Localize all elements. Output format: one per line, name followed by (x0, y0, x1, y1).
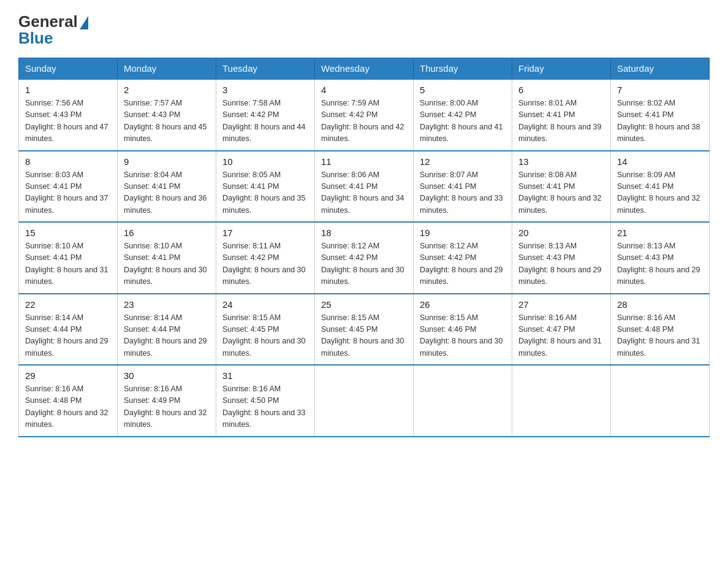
day-info: Sunrise: 8:05 AMSunset: 4:41 PMDaylight:… (222, 169, 308, 217)
day-number: 25 (321, 299, 407, 310)
calendar-cell: 30Sunrise: 8:16 AMSunset: 4:49 PMDayligh… (118, 365, 216, 437)
day-info: Sunrise: 8:15 AMSunset: 4:45 PMDaylight:… (321, 312, 407, 360)
calendar-cell: 9Sunrise: 8:04 AMSunset: 4:41 PMDaylight… (118, 151, 216, 223)
day-info: Sunrise: 8:16 AMSunset: 4:48 PMDaylight:… (617, 312, 703, 360)
day-number: 22 (25, 299, 111, 310)
day-number: 3 (222, 85, 308, 95)
day-info: Sunrise: 8:12 AMSunset: 4:42 PMDaylight:… (420, 240, 506, 288)
day-number: 2 (124, 85, 210, 95)
calendar-cell: 27Sunrise: 8:16 AMSunset: 4:47 PMDayligh… (512, 294, 611, 366)
logo-blue: Blue (18, 29, 88, 48)
day-info: Sunrise: 7:57 AMSunset: 4:43 PMDaylight:… (124, 98, 210, 145)
day-number: 11 (321, 156, 407, 167)
col-header-wednesday: Wednesday (315, 58, 414, 80)
day-number: 9 (124, 156, 210, 167)
day-number: 6 (518, 85, 604, 95)
day-info: Sunrise: 8:16 AMSunset: 4:49 PMDaylight:… (124, 383, 210, 431)
day-info: Sunrise: 7:59 AMSunset: 4:42 PMDaylight:… (321, 98, 407, 145)
calendar-cell: 13Sunrise: 8:08 AMSunset: 4:41 PMDayligh… (512, 151, 611, 223)
calendar-cell: 8Sunrise: 8:03 AMSunset: 4:41 PMDaylight… (19, 151, 118, 223)
day-number: 15 (25, 228, 111, 238)
day-info: Sunrise: 8:16 AMSunset: 4:50 PMDaylight:… (222, 383, 308, 431)
day-info: Sunrise: 8:12 AMSunset: 4:42 PMDaylight:… (321, 240, 407, 288)
calendar-cell: 29Sunrise: 8:16 AMSunset: 4:48 PMDayligh… (19, 365, 118, 437)
day-number: 10 (222, 156, 308, 167)
day-number: 13 (518, 156, 604, 167)
logo-triangle-icon (80, 16, 88, 29)
calendar-cell: 12Sunrise: 8:07 AMSunset: 4:41 PMDayligh… (414, 151, 512, 223)
day-info: Sunrise: 8:09 AMSunset: 4:41 PMDaylight:… (617, 169, 703, 217)
day-info: Sunrise: 8:10 AMSunset: 4:41 PMDaylight:… (25, 240, 111, 288)
day-number: 27 (518, 299, 604, 310)
calendar-cell: 21Sunrise: 8:13 AMSunset: 4:43 PMDayligh… (611, 222, 710, 294)
day-info: Sunrise: 8:15 AMSunset: 4:46 PMDaylight:… (420, 312, 506, 360)
calendar-table: SundayMondayTuesdayWednesdayThursdayFrid… (18, 58, 710, 437)
day-number: 28 (617, 299, 703, 310)
day-info: Sunrise: 8:13 AMSunset: 4:43 PMDaylight:… (518, 240, 604, 288)
calendar-cell (315, 365, 414, 437)
day-number: 23 (124, 299, 210, 310)
calendar-week-row: 29Sunrise: 8:16 AMSunset: 4:48 PMDayligh… (19, 365, 710, 437)
day-info: Sunrise: 8:16 AMSunset: 4:48 PMDaylight:… (25, 383, 111, 431)
calendar-cell: 23Sunrise: 8:14 AMSunset: 4:44 PMDayligh… (118, 294, 216, 366)
col-header-friday: Friday (512, 58, 611, 80)
day-number: 12 (420, 156, 506, 167)
day-number: 17 (222, 228, 308, 238)
day-number: 8 (25, 156, 111, 167)
day-number: 14 (617, 156, 703, 167)
calendar-cell (414, 365, 512, 437)
day-number: 20 (518, 228, 604, 238)
calendar-cell: 31Sunrise: 8:16 AMSunset: 4:50 PMDayligh… (216, 365, 315, 437)
calendar-cell: 7Sunrise: 8:02 AMSunset: 4:41 PMDaylight… (611, 79, 710, 151)
col-header-thursday: Thursday (414, 58, 512, 80)
logo-container: General Blue (18, 12, 88, 48)
day-number: 19 (420, 228, 506, 238)
calendar-cell: 3Sunrise: 7:58 AMSunset: 4:42 PMDaylight… (216, 79, 315, 151)
calendar-cell: 26Sunrise: 8:15 AMSunset: 4:46 PMDayligh… (414, 294, 512, 366)
day-number: 5 (420, 85, 506, 95)
calendar-cell: 11Sunrise: 8:06 AMSunset: 4:41 PMDayligh… (315, 151, 414, 223)
calendar-week-row: 1Sunrise: 7:56 AMSunset: 4:43 PMDaylight… (19, 79, 710, 151)
day-info: Sunrise: 7:58 AMSunset: 4:42 PMDaylight:… (222, 98, 308, 145)
day-info: Sunrise: 7:56 AMSunset: 4:43 PMDaylight:… (25, 98, 111, 145)
calendar-cell: 5Sunrise: 8:00 AMSunset: 4:42 PMDaylight… (414, 79, 512, 151)
logo: General Blue (18, 12, 88, 48)
calendar-week-row: 15Sunrise: 8:10 AMSunset: 4:41 PMDayligh… (19, 222, 710, 294)
day-info: Sunrise: 8:13 AMSunset: 4:43 PMDaylight:… (617, 240, 703, 288)
calendar-cell: 6Sunrise: 8:01 AMSunset: 4:41 PMDaylight… (512, 79, 611, 151)
day-info: Sunrise: 8:14 AMSunset: 4:44 PMDaylight:… (124, 312, 210, 360)
calendar-cell: 16Sunrise: 8:10 AMSunset: 4:41 PMDayligh… (118, 222, 216, 294)
calendar-cell: 19Sunrise: 8:12 AMSunset: 4:42 PMDayligh… (414, 222, 512, 294)
day-number: 26 (420, 299, 506, 310)
calendar-cell (512, 365, 611, 437)
calendar-cell: 1Sunrise: 7:56 AMSunset: 4:43 PMDaylight… (19, 79, 118, 151)
calendar-cell: 24Sunrise: 8:15 AMSunset: 4:45 PMDayligh… (216, 294, 315, 366)
calendar-cell: 10Sunrise: 8:05 AMSunset: 4:41 PMDayligh… (216, 151, 315, 223)
day-number: 30 (124, 370, 210, 381)
calendar-week-row: 22Sunrise: 8:14 AMSunset: 4:44 PMDayligh… (19, 294, 710, 366)
calendar-cell: 25Sunrise: 8:15 AMSunset: 4:45 PMDayligh… (315, 294, 414, 366)
page-header: General Blue (18, 12, 710, 48)
calendar-cell (611, 365, 710, 437)
col-header-saturday: Saturday (611, 58, 710, 80)
calendar-cell: 22Sunrise: 8:14 AMSunset: 4:44 PMDayligh… (19, 294, 118, 366)
day-number: 21 (617, 228, 703, 238)
day-info: Sunrise: 8:03 AMSunset: 4:41 PMDaylight:… (25, 169, 111, 217)
calendar-cell: 28Sunrise: 8:16 AMSunset: 4:48 PMDayligh… (611, 294, 710, 366)
calendar-cell: 15Sunrise: 8:10 AMSunset: 4:41 PMDayligh… (19, 222, 118, 294)
day-number: 1 (25, 85, 111, 95)
calendar-cell: 20Sunrise: 8:13 AMSunset: 4:43 PMDayligh… (512, 222, 611, 294)
day-info: Sunrise: 8:04 AMSunset: 4:41 PMDaylight:… (124, 169, 210, 217)
day-number: 4 (321, 85, 407, 95)
day-number: 24 (222, 299, 308, 310)
calendar-cell: 18Sunrise: 8:12 AMSunset: 4:42 PMDayligh… (315, 222, 414, 294)
day-number: 16 (124, 228, 210, 238)
day-info: Sunrise: 8:02 AMSunset: 4:41 PMDaylight:… (617, 98, 703, 145)
calendar-cell: 17Sunrise: 8:11 AMSunset: 4:42 PMDayligh… (216, 222, 315, 294)
col-header-monday: Monday (118, 58, 216, 80)
day-number: 7 (617, 85, 703, 95)
day-info: Sunrise: 8:08 AMSunset: 4:41 PMDaylight:… (518, 169, 604, 217)
col-header-tuesday: Tuesday (216, 58, 315, 80)
col-header-sunday: Sunday (19, 58, 118, 80)
day-info: Sunrise: 8:00 AMSunset: 4:42 PMDaylight:… (420, 98, 506, 145)
